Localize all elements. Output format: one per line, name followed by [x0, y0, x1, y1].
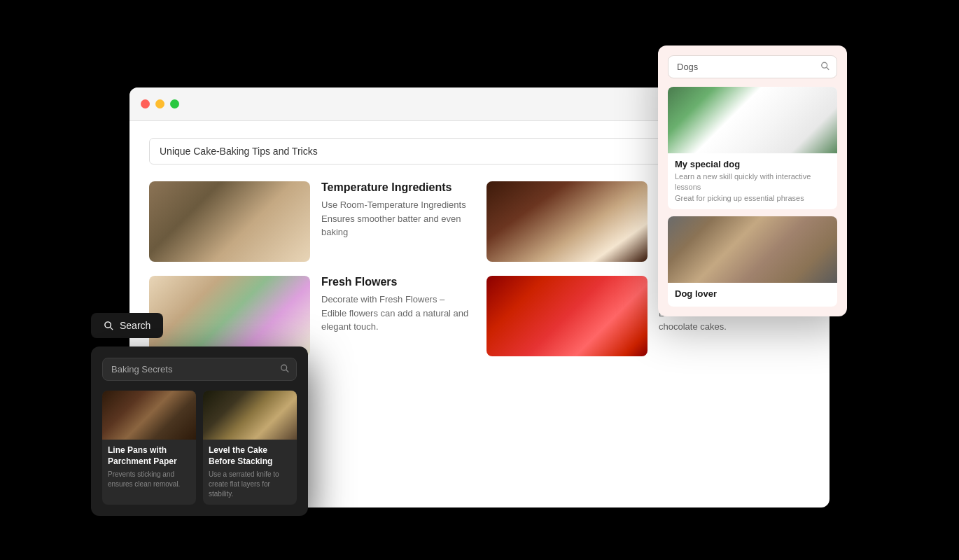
- pink-card-title-dog-lover: Dog lover: [675, 288, 830, 299]
- pink-card-desc1-special-dog: Learn a new skill quickly with interacti…: [675, 172, 830, 193]
- pink-card-title-special-dog: My special dog: [675, 159, 830, 169]
- close-button[interactable]: [141, 99, 150, 108]
- card-desc-flowers: Decorate with Fresh Flowers – Edible flo…: [321, 293, 472, 334]
- pink-card-body-special-dog: My special dog Learn a new skill quickly…: [668, 153, 837, 209]
- minimize-button[interactable]: [155, 99, 164, 108]
- dark-search-input[interactable]: [102, 358, 297, 381]
- pink-card-body-dog-lover: Dog lover: [668, 283, 837, 307]
- search-button[interactable]: Search: [91, 313, 163, 338]
- card-image-cake-slice: [149, 181, 310, 262]
- pink-search-popup: My special dog Learn a new skill quickly…: [658, 46, 847, 316]
- card-title-flowers: Fresh Flowers: [321, 276, 472, 288]
- pink-card-image-brown-dogs: [668, 216, 837, 283]
- pink-card-dog-lover: Dog lover: [668, 216, 837, 307]
- dark-search-input-wrap: [102, 358, 297, 381]
- dark-card-desc-level: Use a serrated knife to create flat laye…: [209, 470, 291, 499]
- pink-search-icon: [820, 61, 830, 73]
- dark-card-body-parchment: Line Pans with Parchment Paper Prevents …: [102, 440, 196, 495]
- pink-card-image-white-dog: [668, 87, 837, 153]
- card-body-flowers: Fresh Flowers Decorate with Fresh Flower…: [321, 276, 472, 334]
- dark-card-title-parchment: Line Pans with Parchment Paper: [108, 445, 190, 467]
- card-image-flowers: [149, 276, 310, 356]
- card-title-temperature: Temperature Ingredients: [321, 181, 472, 194]
- svg-point-4: [822, 62, 827, 68]
- pink-search-input-wrap: [668, 55, 837, 78]
- card-desc-temperature: Use Room-Temperature Ingredients Ensures…: [321, 198, 472, 239]
- dark-card-image-baking: [203, 391, 297, 440]
- search-icon: [104, 321, 114, 331]
- pink-card-special-dog: My special dog Learn a new skill quickly…: [668, 87, 837, 209]
- svg-line-5: [827, 67, 830, 70]
- svg-line-1: [110, 327, 113, 330]
- dark-card-level: Level the Cake Before Stacking Use a ser…: [203, 391, 297, 505]
- dark-search-icon: [280, 363, 290, 375]
- dark-card-parchment: Line Pans with Parchment Paper Prevents …: [102, 391, 196, 505]
- svg-point-0: [105, 321, 111, 327]
- search-button-label: Search: [120, 320, 150, 331]
- dark-card-title-level: Level the Cake Before Stacking: [209, 445, 291, 467]
- svg-line-3: [286, 370, 289, 372]
- dark-card-desc-parchment: Prevents sticking and ensures clean remo…: [108, 470, 190, 489]
- pink-card-desc2-special-dog: Great for picking up essential phrases: [675, 193, 830, 204]
- dark-cards-grid: Line Pans with Parchment Paper Prevents …: [102, 391, 297, 505]
- dark-search-popup: Line Pans with Parchment Paper Prevents …: [91, 346, 308, 516]
- card-image-raspberries: [486, 276, 648, 356]
- svg-point-2: [281, 365, 287, 370]
- pink-search-input[interactable]: [668, 55, 837, 78]
- card-flowers: Fresh Flowers Decorate with Fresh Flower…: [149, 276, 472, 356]
- dark-card-image-pie: [102, 391, 196, 440]
- card-body-temperature: Temperature Ingredients Use Room-Tempera…: [321, 181, 472, 239]
- dark-card-body-level: Level the Cake Before Stacking Use a ser…: [203, 440, 297, 505]
- card-image-chocolate-cake: [486, 181, 648, 262]
- maximize-button[interactable]: [170, 99, 179, 108]
- card-temperature: Temperature Ingredients Use Room-Tempera…: [149, 181, 472, 262]
